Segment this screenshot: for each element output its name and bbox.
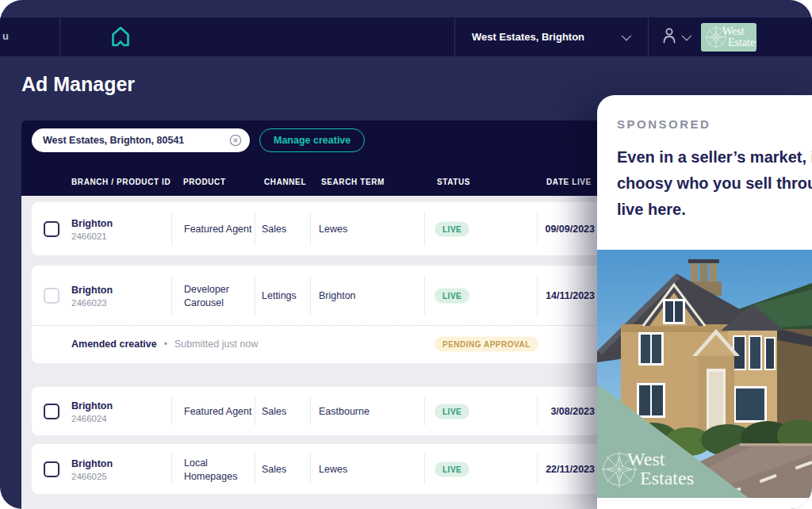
column-header-channel: CHANNEL — [264, 178, 306, 186]
channel-cell: Lettings — [262, 290, 297, 301]
branch-cell: Brighton 2466024 — [71, 400, 113, 423]
product-line1: Local — [184, 457, 208, 468]
amendment-label: Amended creative — [71, 339, 157, 350]
amendment-note: Submitted just now — [174, 339, 259, 350]
product-cell: Featured Agent — [184, 224, 251, 235]
cell-divider — [310, 275, 311, 316]
column-header-date-live: DATE LIVE — [546, 178, 592, 186]
product-cell: Local Homepages — [184, 457, 237, 481]
product-cell: Developer Carousel — [184, 283, 229, 308]
ad-headline-line2: choosy who you sell throug — [617, 170, 812, 197]
ad-headline-line3: live here. — [617, 197, 812, 223]
search-term-cell: Brighton — [319, 290, 356, 301]
cell-divider — [255, 212, 255, 246]
column-header-status: STATUS — [437, 178, 470, 186]
search-term-cell: Lewes — [319, 464, 347, 475]
row-checkbox[interactable] — [44, 288, 59, 304]
column-header-branch: BRANCH / PRODUCT ID — [71, 178, 170, 186]
branch-name: Brighton — [71, 284, 113, 295]
cell-divider — [171, 275, 172, 316]
branch-name: Brighton — [71, 217, 113, 228]
page-title: Ad Manager — [21, 73, 135, 96]
channel-cell: Sales — [262, 464, 286, 475]
cell-divider — [171, 396, 172, 426]
ad-brand-triangle: West Estates — [597, 250, 812, 498]
ad-logo-line1: West — [627, 449, 665, 469]
date-live-cell: 14/11/2023 — [537, 290, 595, 301]
brand-logo-tile[interactable]: West Estates — [701, 23, 756, 52]
product-id: 2466025 — [71, 471, 113, 480]
cell-divider — [171, 212, 172, 246]
status-badge: LIVE — [435, 221, 469, 236]
column-header-product: PRODUCT — [183, 178, 226, 186]
channel-cell: Sales — [262, 406, 286, 417]
status-badge: LIVE — [435, 404, 469, 419]
status-badge: LIVE — [435, 461, 469, 476]
status-cell: LIVE — [435, 288, 469, 303]
ad-headline-line1: Even in a seller’s market, it p — [617, 144, 812, 170]
cell-divider — [255, 396, 255, 426]
cell-divider — [171, 454, 172, 484]
product-line1: Developer — [184, 283, 229, 294]
chevron-down-icon — [622, 31, 632, 41]
row-checkbox[interactable] — [44, 221, 59, 237]
cell-divider — [424, 275, 425, 316]
branch-cell: Brighton 2466023 — [71, 284, 113, 307]
search-term-cell: Eastbourne — [319, 406, 370, 417]
row-checkbox[interactable] — [44, 404, 59, 419]
branch-cell: Brighton 2466021 — [71, 217, 113, 240]
column-header-search-term: SEARCH TERM — [321, 178, 385, 186]
home-icon[interactable] — [109, 25, 132, 48]
status-cell: LIVE — [435, 404, 469, 419]
ad-house-photo: West Estates — [597, 250, 812, 498]
cell-divider — [424, 212, 425, 246]
chevron-down-icon — [682, 31, 692, 41]
channel-cell: Sales — [262, 224, 286, 235]
ad-headline: Even in a seller’s market, it p choosy w… — [617, 144, 812, 223]
circle-x-icon[interactable] — [229, 134, 242, 147]
branch-search — [32, 128, 250, 152]
branch-cell: Brighton 2466025 — [71, 457, 113, 480]
product-id: 2466023 — [71, 297, 113, 307]
product-id: 2466024 — [71, 413, 113, 423]
sponsored-ad-card: SPONSORED Even in a seller’s market, it … — [597, 95, 812, 509]
account-selector[interactable]: West Estates, Brighton — [458, 17, 646, 56]
separator-dot: • — [164, 339, 167, 350]
nav-divider — [454, 17, 455, 56]
sponsored-label: SPONSORED — [617, 117, 812, 131]
branch-name: Brighton — [71, 457, 113, 469]
nav-partial-text: u — [2, 30, 9, 42]
nav-divider — [59, 17, 60, 56]
cell-divider — [255, 275, 255, 316]
row-checkbox[interactable] — [44, 461, 59, 477]
cell-divider — [310, 396, 311, 426]
search-term-cell: Lewes — [319, 224, 347, 235]
product-id: 2466021 — [71, 231, 113, 240]
product-cell: Featured Agent — [184, 406, 251, 417]
account-selector-label: West Estates, Brighton — [472, 31, 584, 43]
user-menu[interactable] — [652, 17, 699, 56]
user-icon — [662, 27, 676, 48]
date-live-cell: 09/09/2023 — [537, 224, 595, 235]
date-live-cell: 3/08/2023 — [537, 406, 595, 417]
pending-approval-badge: PENDING APPROVAL — [435, 337, 538, 352]
status-cell: LIVE — [435, 221, 469, 236]
top-nav: u West Estates, Brighton — [0, 17, 812, 56]
status-cell: LIVE — [435, 461, 469, 476]
cell-divider — [424, 454, 425, 484]
status-badge: LIVE — [435, 288, 469, 303]
ad-logo-line2: Estates — [640, 468, 694, 488]
branch-name: Brighton — [71, 400, 113, 411]
search-input[interactable] — [43, 135, 229, 146]
cell-divider — [310, 212, 311, 246]
brand-logo-line2: Estates — [728, 36, 756, 49]
cell-divider — [424, 396, 425, 426]
product-line2: Carousel — [184, 297, 229, 308]
cell-divider — [255, 454, 255, 484]
app-frame: u West Estates, Brighton — [0, 0, 812, 509]
cell-divider — [310, 454, 311, 484]
manage-creative-button[interactable]: Manage creative — [259, 128, 365, 152]
product-line2: Homepages — [184, 470, 237, 481]
date-live-cell: 22/11/2023 — [537, 464, 595, 475]
nav-divider — [648, 17, 649, 56]
